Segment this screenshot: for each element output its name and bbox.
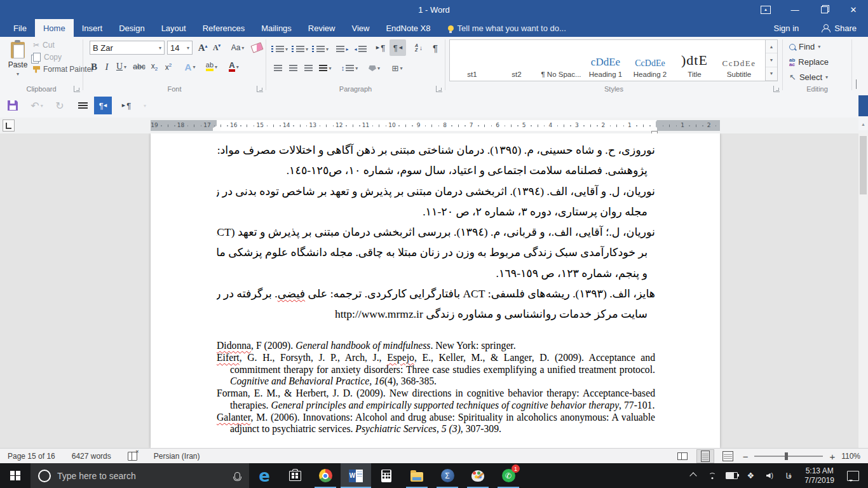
- replace-button[interactable]: abacReplace: [789, 57, 829, 67]
- align-center-button[interactable]: [287, 61, 299, 75]
- grow-font-button[interactable]: A: [196, 41, 209, 55]
- persian-reference-line[interactable]: پژوهشی. فصلنامه سلامت اجتماعی و اعتیاد، …: [217, 160, 655, 180]
- numbering-button[interactable]: ▾: [292, 42, 308, 56]
- underline-button[interactable]: U▾: [114, 60, 129, 74]
- save-button[interactable]: [5, 98, 20, 113]
- close-button[interactable]: ✕: [839, 0, 868, 19]
- style-subtitle[interactable]: CcDdEeSubtitle: [717, 40, 761, 81]
- ltr-paragraph-button[interactable]: ▶¶: [118, 98, 135, 113]
- ribbon-tab-review[interactable]: Review: [300, 19, 344, 37]
- borders-button[interactable]: ⊞▾: [388, 61, 406, 75]
- superscript-button[interactable]: x2: [162, 60, 175, 74]
- paste-button[interactable]: Paste ▾: [4, 39, 32, 85]
- sign-in-button[interactable]: Sign in: [763, 24, 811, 33]
- find-button[interactable]: Find▾: [789, 42, 820, 51]
- sort-button[interactable]: AZ↓: [411, 41, 426, 55]
- persian-reference-line[interactable]: و پنجم، شماره ١٢٣، ص ١٥٩-١٦٩.: [217, 263, 655, 283]
- taskbar-chrome[interactable]: [310, 463, 341, 488]
- line-spacing-button[interactable]: ↕▾: [340, 61, 359, 75]
- align-left-button[interactable]: [271, 61, 284, 75]
- align-right-button[interactable]: [302, 61, 315, 75]
- ltr-direction-button[interactable]: ▶¶: [373, 41, 388, 55]
- proofing-errors-icon[interactable]: [128, 452, 137, 461]
- web-layout-button[interactable]: [720, 450, 736, 463]
- start-button[interactable]: [0, 463, 31, 488]
- bullets-button[interactable]: ▾: [271, 42, 288, 56]
- ribbon-tab-references[interactable]: References: [194, 19, 253, 37]
- taskbar-file-explorer[interactable]: [402, 463, 432, 488]
- taskbar-word[interactable]: W: [341, 463, 371, 488]
- select-button[interactable]: ↖Select▾: [789, 72, 828, 82]
- ribbon-tab-layout[interactable]: Layout: [153, 19, 194, 37]
- style-title[interactable]: )dtETitle: [672, 40, 717, 81]
- change-case-button[interactable]: Aa▾: [228, 41, 247, 55]
- paste-dropdown-arrow[interactable]: ▾: [17, 71, 19, 77]
- ribbon-tab-endnote-x8[interactable]: EndNote X8: [377, 19, 438, 37]
- ribbon-tab-insert[interactable]: Insert: [74, 19, 111, 37]
- font-size-dropdown-arrow[interactable]: ▾: [187, 45, 189, 51]
- document-page[interactable]: نوروزی، ح. و شاه حسینی، م. (١٣٩٥). درمان…: [151, 133, 720, 448]
- hidden-icons-button[interactable]: [685, 463, 702, 488]
- font-color-button[interactable]: A▾: [224, 60, 243, 74]
- bold-button[interactable]: B: [88, 60, 100, 74]
- italic-button[interactable]: I: [101, 60, 112, 74]
- scroll-up-button[interactable]: ▲: [858, 118, 868, 130]
- zoom-level[interactable]: 110%: [841, 452, 860, 461]
- persian-reference-line[interactable]: نوریان، ل. و آقایی، الف. (١٣٩٤). اثربخشی…: [217, 181, 655, 201]
- highlight-button[interactable]: ab▾: [201, 60, 222, 74]
- collapse-ribbon-button[interactable]: [856, 80, 857, 89]
- zoom-slider-handle[interactable]: [785, 452, 788, 460]
- ribbon-display-options-button[interactable]: ▲: [751, 0, 780, 19]
- rtl-paragraph-toggle[interactable]: ¶◀: [94, 97, 112, 114]
- english-reference[interactable]: Eifert, G. H., Forsyth, J. P., Arch, J.,…: [217, 352, 655, 388]
- clipboard-dialog-launcher[interactable]: [74, 86, 80, 92]
- taskbar-whatsapp[interactable]: ✆1: [493, 463, 524, 488]
- zoom-in-button[interactable]: +: [829, 451, 835, 462]
- volume-button[interactable]: ): [761, 463, 778, 488]
- language-button[interactable]: فا: [780, 463, 797, 488]
- restore-button[interactable]: [810, 0, 839, 19]
- clear-formatting-button[interactable]: [250, 41, 264, 55]
- persian-reference-line[interactable]: نوروزی، ح. و شاه حسینی، م. (١٣٩٥). درمان…: [217, 140, 655, 160]
- persian-reference-line[interactable]: بر خودکارآمدی سبک زندگی مربوط به وزن در …: [217, 242, 655, 262]
- zoom-out-button[interactable]: −: [743, 451, 749, 462]
- multilevel-list-button[interactable]: ▾: [312, 42, 329, 56]
- increase-indent-button[interactable]: ◂: [353, 42, 368, 56]
- ribbon-tab-mailings[interactable]: Mailings: [253, 19, 300, 37]
- share-button[interactable]: Share: [810, 24, 868, 33]
- font-size-combo[interactable]: 14▾: [167, 41, 193, 55]
- text-effects-button[interactable]: A▾: [181, 60, 199, 74]
- redo-button[interactable]: ↻: [52, 98, 67, 113]
- styles-scroll-up-button[interactable]: ▲: [766, 40, 777, 53]
- taskbar-calculator[interactable]: [371, 463, 402, 488]
- tell-me-box[interactable]: Tell me what you want to do...: [448, 19, 566, 37]
- style-no-spac[interactable]: ¶ No Spac...: [539, 40, 583, 81]
- minimize-button[interactable]: —: [780, 0, 810, 19]
- persian-reference-line[interactable]: هایز، الف. (١٣٩٣). ریشه‌های فلسفی: ACT ب…: [217, 283, 655, 304]
- dropbox-button[interactable]: ❖: [742, 463, 759, 488]
- taskbar-search[interactable]: Type here to search: [31, 463, 249, 488]
- action-center-button[interactable]: [847, 471, 859, 481]
- undo-button[interactable]: ↶▾: [28, 98, 46, 113]
- battery-button[interactable]: [723, 463, 740, 488]
- horizontal-ruler[interactable]: 1918171615141312111098765432112: [151, 120, 720, 131]
- page-indicator[interactable]: Page 15 of 16: [8, 452, 55, 461]
- styles-scroll-down-button[interactable]: ▼: [766, 53, 777, 67]
- rtl-direction-button[interactable]: ¶◀: [390, 39, 406, 56]
- persian-reference-line[interactable]: مجله روان پرستاری، دوره ٣، شماره ٢، ص ٢٠…: [217, 201, 655, 222]
- style-st1[interactable]: st1: [450, 40, 494, 81]
- decrease-indent-button[interactable]: ▸: [335, 42, 350, 56]
- show-marks-button[interactable]: ¶: [429, 41, 442, 55]
- persian-reference-line[interactable]: سایت مرکز خدمات روانشناسی و مشاوره زندگی…: [217, 304, 655, 324]
- justify-button[interactable]: ▾: [317, 61, 334, 75]
- style-st2[interactable]: st2: [494, 40, 539, 81]
- styles-gallery-expand-button[interactable]: ▼: [766, 67, 777, 81]
- clock[interactable]: 5:13 AM 7/7/2019: [799, 466, 839, 485]
- taskbar-paint[interactable]: [463, 463, 493, 488]
- tab-stop-selector[interactable]: [3, 119, 15, 132]
- style-heading-1[interactable]: cDdEeHeading 1: [583, 40, 628, 81]
- ribbon-tab-design[interactable]: Design: [111, 19, 153, 37]
- justify-quick-button[interactable]: [75, 98, 90, 113]
- network-button[interactable]: [704, 463, 721, 488]
- taskbar-edge[interactable]: e: [249, 463, 280, 488]
